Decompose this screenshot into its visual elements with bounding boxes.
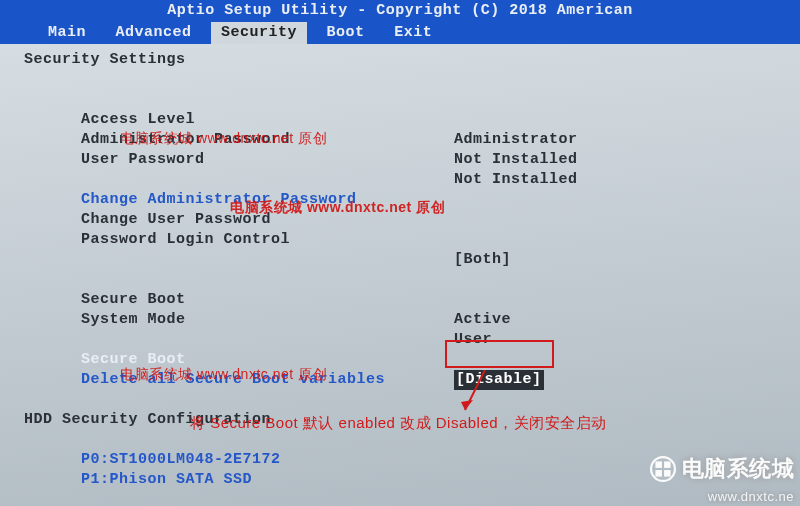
secure-boot-setting[interactable]: Secure Boot [Disable] — [24, 330, 796, 350]
label: Delete all Secure Boot variables — [81, 371, 385, 388]
hdd-item[interactable]: P0:ST1000LM048-2E7172 — [24, 430, 796, 450]
menu-bar: Main Advanced Security Boot Exit — [0, 22, 800, 44]
value: [Disable] — [454, 370, 544, 390]
brand-text: 电脑系统城 — [682, 454, 795, 484]
system-mode: System Mode User — [24, 290, 796, 310]
label: User Password — [81, 151, 205, 168]
site-brand: 电脑系统城 — [650, 454, 795, 484]
bios-screen: Aptio Setup Utility - Copyright (C) 2018… — [0, 0, 800, 506]
site-url: www.dnxtc.ne — [708, 489, 794, 504]
menu-main[interactable]: Main — [38, 22, 96, 44]
status-row: Administrator Password Not Installed — [24, 110, 796, 130]
change-user-password[interactable]: Change User Password — [24, 190, 796, 210]
svg-point-2 — [651, 457, 675, 481]
secure-boot-status: Secure Boot Active — [24, 270, 796, 290]
label: System Mode — [81, 311, 186, 328]
svg-rect-4 — [664, 461, 671, 468]
section-header: Security Settings — [24, 50, 796, 70]
menu-advanced[interactable]: Advanced — [106, 22, 202, 44]
svg-rect-5 — [655, 470, 662, 477]
annotation-caption: 将 Secure Boot 默认 enabled 改成 Disabled，关闭安… — [190, 414, 607, 433]
label: P1:Phison SATA SSD — [81, 471, 252, 488]
title-bar: Aptio Setup Utility - Copyright (C) 2018… — [0, 0, 800, 22]
status-row: User Password Not Installed — [24, 130, 796, 150]
delete-secure-boot-vars[interactable]: Delete all Secure Boot variables — [24, 350, 796, 370]
bios-body: Security Settings Access Level Administr… — [24, 50, 796, 502]
password-login-control[interactable]: Password Login Control [Both] — [24, 210, 796, 230]
value: [Both] — [454, 250, 511, 270]
svg-rect-3 — [655, 461, 662, 468]
value: Active — [454, 310, 511, 330]
menu-exit[interactable]: Exit — [384, 22, 442, 44]
menu-boot[interactable]: Boot — [317, 22, 375, 44]
windows-icon — [650, 456, 676, 482]
svg-rect-6 — [664, 470, 671, 477]
value: Not Installed — [454, 150, 578, 170]
status-row: Access Level Administrator — [24, 90, 796, 110]
menu-security[interactable]: Security — [211, 22, 307, 44]
change-admin-password[interactable]: Change Administrator Password — [24, 170, 796, 190]
label: Password Login Control — [81, 231, 290, 248]
